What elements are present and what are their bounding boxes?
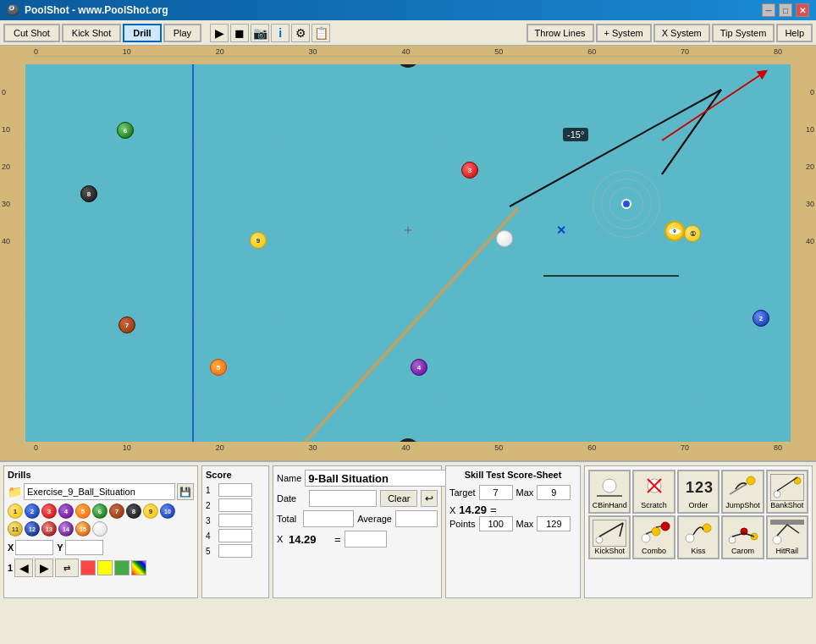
score-input-4[interactable] <box>218 529 252 542</box>
target-input[interactable] <box>479 485 513 500</box>
ruler-bottom: 0 10 20 30 40 50 60 70 80 <box>0 442 816 460</box>
skill-x-label: X <box>449 505 455 515</box>
points-row: Points Max <box>449 516 576 531</box>
maximize-button[interactable]: □ <box>779 3 792 17</box>
camera-icon-btn[interactable]: 📷 <box>251 24 269 42</box>
max-input[interactable] <box>537 485 571 500</box>
avg-input[interactable] <box>395 510 438 527</box>
help-button[interactable]: Help <box>776 24 813 42</box>
scratch-button[interactable]: Scratch <box>632 470 675 514</box>
undo-button[interactable]: ↩ <box>421 490 438 507</box>
icon-btn-1[interactable]: ▶ <box>210 24 229 42</box>
drill-name-input[interactable] <box>24 483 175 500</box>
tip-system-button[interactable]: Tip System <box>712 24 775 42</box>
total-input[interactable] <box>303 510 354 527</box>
target-label: Target <box>449 487 476 498</box>
points-label: Points <box>449 519 476 529</box>
mini-ball-6[interactable]: 6 <box>92 504 108 519</box>
mini-ball-4[interactable]: 4 <box>58 504 74 519</box>
nav-prev-button[interactable]: ◀ <box>14 559 33 577</box>
hit-rail-button[interactable]: HitRail <box>766 515 808 559</box>
icon-btn-2[interactable]: ◼ <box>230 24 249 42</box>
ghost-ball-display <box>593 170 660 238</box>
mini-ball-3[interactable]: 3 <box>41 504 57 519</box>
close-button[interactable]: ✕ <box>796 3 809 17</box>
bank-shot-button[interactable]: BankShot <box>766 470 808 514</box>
balls-row-2: 11 12 13 14 15 <box>8 521 194 537</box>
color-rainbow-button[interactable] <box>131 560 146 575</box>
svg-point-28 <box>661 522 670 531</box>
svg-line-4 <box>662 90 721 174</box>
export-icon-btn[interactable]: 📋 <box>312 24 330 42</box>
mini-ball-15[interactable]: 15 <box>75 521 91 537</box>
svg-point-33 <box>729 537 736 543</box>
nav-swap-button[interactable]: ⇄ <box>55 559 79 577</box>
drill-button[interactable]: Drill <box>123 24 161 42</box>
x-input[interactable] <box>15 540 53 555</box>
jump-shot-button[interactable]: JumpShot <box>721 470 764 514</box>
avg-label: Average <box>357 514 392 524</box>
score-input-1[interactable] <box>218 483 252 497</box>
title-bar-left: 🎱 PoolShot - www.PoolShot.org <box>7 4 168 16</box>
color-yellow-button[interactable] <box>97 560 113 575</box>
order-button[interactable]: 1 2 3 Order <box>677 470 720 514</box>
score-input-5[interactable] <box>218 544 252 558</box>
combo-button[interactable]: Combo <box>632 515 675 559</box>
ruler-left: 0 10 20 30 40 <box>0 64 25 442</box>
date-input[interactable] <box>309 490 377 507</box>
mini-ball-1[interactable]: 1 <box>8 504 23 519</box>
mini-ball-2[interactable]: 2 <box>25 504 40 519</box>
x-system-button[interactable]: X System <box>653 24 710 42</box>
color-green-button[interactable] <box>114 560 130 575</box>
x-value: 14.29 <box>289 533 331 546</box>
kick-shot-button[interactable]: Kick Shot <box>62 24 121 42</box>
mini-ball-cue[interactable] <box>92 521 108 537</box>
nav-num-label: 1 <box>8 563 13 573</box>
mini-ball-8[interactable]: 8 <box>126 504 141 519</box>
points-max-input[interactable] <box>537 516 571 531</box>
nav-next-button[interactable]: ▶ <box>35 559 53 577</box>
svg-point-39 <box>773 536 781 544</box>
ball-9-on-table: 9 <box>664 221 685 241</box>
mini-ball-12[interactable]: 12 <box>25 521 40 537</box>
mini-ball-11[interactable]: 11 <box>8 521 23 537</box>
cb-in-hand-button[interactable]: CBinHand <box>588 470 631 514</box>
throw-lines-button[interactable]: Throw Lines <box>527 24 594 42</box>
clear-button[interactable]: Clear <box>380 490 417 507</box>
cut-shot-button[interactable]: Cut Shot <box>3 24 60 42</box>
svg-line-36 <box>732 533 744 537</box>
svg-point-31 <box>686 534 694 542</box>
carom-button[interactable]: Carom <box>721 515 764 559</box>
score-row-1: 1 <box>206 483 265 497</box>
name-input[interactable] <box>305 470 454 487</box>
drill-save-button[interactable]: 💾 <box>177 483 194 500</box>
mini-ball-10[interactable]: 10 <box>160 504 175 519</box>
minimize-button[interactable]: ─ <box>762 3 775 17</box>
svg-line-1 <box>264 208 518 442</box>
xy-section: X Y <box>8 540 194 555</box>
kiss-button[interactable]: Kiss <box>677 515 720 559</box>
mini-ball-14[interactable]: 14 <box>58 521 74 537</box>
mini-ball-5[interactable]: 5 <box>75 504 91 519</box>
info-icon-btn[interactable]: i <box>271 24 289 42</box>
svg-point-27 <box>652 527 660 536</box>
plus-system-button[interactable]: + System <box>596 24 652 42</box>
settings-icon-btn[interactable]: ⚙ <box>291 24 310 42</box>
mini-ball-13[interactable]: 13 <box>41 521 57 537</box>
score-input-2[interactable] <box>218 498 252 512</box>
y-label: Y <box>57 542 63 553</box>
play-button[interactable]: Play <box>163 24 201 42</box>
score-input-3[interactable] <box>218 514 252 527</box>
svg-line-40 <box>777 525 787 536</box>
felt-surface[interactable]: ✕ <box>25 64 791 442</box>
kick-shot-button[interactable]: KickShot <box>588 515 631 559</box>
color-red-button[interactable] <box>80 560 96 575</box>
svg-point-23 <box>596 537 603 543</box>
mini-ball-9[interactable]: 9 <box>143 504 158 519</box>
date-field-label: Date <box>277 493 306 504</box>
score-title: Score <box>206 470 265 480</box>
y-input[interactable] <box>65 540 103 555</box>
result-input[interactable] <box>345 531 387 548</box>
points-input[interactable] <box>479 516 513 531</box>
mini-ball-7[interactable]: 7 <box>109 504 124 519</box>
